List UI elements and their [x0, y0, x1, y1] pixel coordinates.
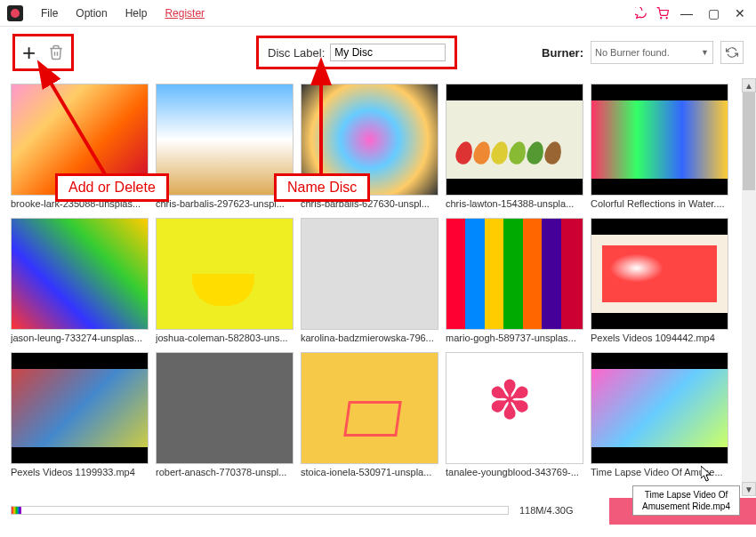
thumbnail-item[interactable]: Time Lapse Video Of Amuse...	[591, 352, 728, 477]
thumbnail-image	[11, 218, 149, 330]
thumbnail-image	[301, 352, 438, 464]
arrow-add-delete	[43, 73, 123, 183]
svg-point-0	[661, 17, 662, 18]
disc-label-text: Disc Label:	[268, 46, 325, 60]
thumbnail-label: karolina-badzmierowska-796...	[301, 333, 438, 343]
svg-line-4	[48, 78, 105, 174]
thumbnail-item[interactable]: mario-gogh-589737-unsplas...	[446, 218, 583, 343]
thumbnail-item[interactable]: Pexels Videos 1199933.mp4	[11, 352, 149, 477]
thumbnail-label: Pexels Videos 1094442.mp4	[591, 333, 728, 343]
thumbnail-item[interactable]: Colorful Reflections in Water....	[591, 84, 728, 209]
scroll-down-button[interactable]: ▼	[742, 482, 756, 496]
menu-file[interactable]: File	[32, 7, 67, 20]
vertical-scrollbar[interactable]: ▲ ▼	[742, 78, 756, 496]
toolbar: + Disc Label: Burner: No Burner found. ▼	[0, 27, 756, 78]
delete-button[interactable]	[48, 44, 64, 61]
menu-register[interactable]: Register	[156, 7, 213, 20]
thumbnail-item[interactable]: joshua-coleman-582803-uns...	[156, 218, 294, 343]
thumbnail-label: tanalee-youngblood-343769-...	[446, 467, 583, 477]
chevron-down-icon: ▼	[701, 48, 709, 57]
thumbnail-item[interactable]: tanalee-youngblood-343769-...	[446, 352, 583, 477]
capacity-progress	[11, 506, 509, 515]
titlebar: File Option Help Register — ▢ ✕	[0, 0, 756, 27]
thumbnail-label: robert-anasch-770378-unspl...	[156, 467, 294, 477]
thumbnail-item[interactable]: jason-leung-733274-unsplas...	[11, 218, 149, 343]
add-delete-group: +	[12, 34, 74, 71]
thumbnail-image	[446, 218, 583, 330]
thumbnail-label: joshua-coleman-582803-uns...	[156, 333, 294, 343]
thumbnail-item[interactable]: robert-anasch-770378-unspl...	[156, 352, 294, 477]
thumbnail-label: stoica-ionela-530971-unspla...	[301, 467, 438, 477]
cart-icon[interactable]	[656, 7, 669, 20]
thumbnail-label: chris-barbalis-297623-unspl...	[156, 198, 294, 209]
thumbnail-item[interactable]: Pexels Videos 1094442.mp4	[591, 218, 728, 343]
menu-option[interactable]: Option	[67, 7, 116, 20]
thumbnail-image	[156, 218, 294, 330]
thumbnail-image	[446, 84, 583, 196]
scroll-up-button[interactable]: ▲	[742, 78, 756, 92]
thumbnail-label: mario-gogh-589737-unsplas...	[446, 333, 583, 343]
thumbnail-label: jason-leung-733274-unsplas...	[11, 333, 149, 343]
app-icon	[7, 5, 23, 21]
thumbnail-item[interactable]: chris-lawton-154388-unspla...	[446, 84, 583, 209]
progress-fill	[12, 507, 21, 514]
thumbnail-label: Pexels Videos 1199933.mp4	[11, 467, 149, 477]
svg-point-1	[666, 17, 667, 18]
disc-label-input[interactable]	[330, 44, 446, 61]
maximize-button[interactable]: ▢	[704, 6, 722, 20]
feedback-icon[interactable]	[635, 7, 647, 20]
thumbnail-item[interactable]: chris-barbalis-297623-unspl...	[156, 84, 294, 209]
tooltip-text: Time Lapse Video Of Amusement Ride.mp4	[642, 490, 730, 511]
menu-help[interactable]: Help	[117, 7, 157, 20]
refresh-button[interactable]	[720, 41, 744, 64]
burner-select[interactable]: No Burner found. ▼	[591, 41, 713, 64]
thumbnail-image	[446, 352, 583, 464]
scroll-track[interactable]	[742, 92, 756, 482]
close-button[interactable]: ✕	[731, 6, 749, 20]
annotation-add-delete: Add or Delete	[55, 173, 169, 202]
burner-value: No Burner found.	[595, 47, 670, 58]
annotation-name-disc: Name Disc	[274, 173, 370, 202]
thumbnail-label: chris-lawton-154388-unspla...	[446, 198, 583, 209]
thumbnail-item[interactable]: karolina-badzmierowska-796...	[301, 218, 438, 343]
thumbnail-image	[11, 352, 149, 464]
disc-label-group: Disc Label:	[256, 36, 457, 69]
cursor-icon	[701, 466, 713, 485]
thumbnail-image	[591, 218, 728, 330]
thumbnail-label: Colorful Reflections in Water....	[591, 198, 728, 209]
thumbnail-image	[591, 84, 728, 196]
burner-label: Burner:	[542, 46, 583, 60]
thumbnail-image	[301, 218, 438, 330]
tooltip: Time Lapse Video Of Amusement Ride.mp4	[632, 485, 740, 516]
size-text: 118M/4.30G	[519, 505, 574, 516]
thumbnail-image	[156, 84, 294, 196]
add-button[interactable]: +	[22, 39, 36, 67]
arrow-name-disc	[308, 73, 334, 183]
thumbnail-image	[591, 352, 728, 464]
thumbnail-image	[156, 352, 294, 464]
thumbnail-item[interactable]: stoica-ionela-530971-unspla...	[301, 352, 438, 477]
minimize-button[interactable]: —	[678, 6, 696, 20]
scroll-thumb[interactable]	[743, 92, 755, 190]
